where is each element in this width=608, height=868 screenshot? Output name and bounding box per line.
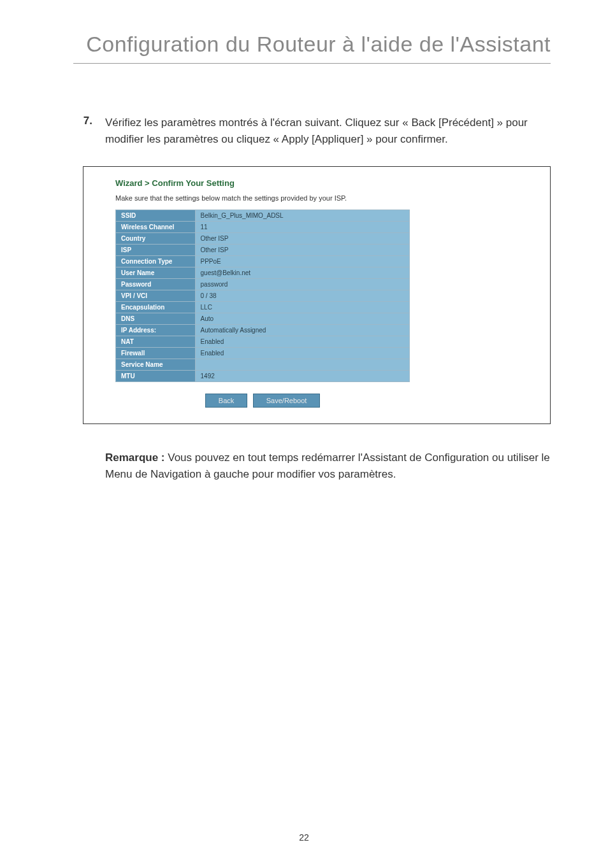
setting-value: guest@Belkin.net — [195, 267, 410, 279]
setting-label: MTU — [116, 371, 196, 382]
remark-text: Vous pouvez en tout temps redémarrer l'A… — [105, 452, 550, 480]
table-row: Service Name — [116, 359, 410, 371]
save-reboot-button[interactable]: Save/Reboot — [253, 394, 321, 408]
setting-value — [195, 359, 410, 371]
table-row: NATEnabled — [116, 336, 410, 348]
wizard-title: Wizard > Confirm Your Setting — [115, 178, 525, 188]
wizard-subtitle: Make sure that the settings below match … — [115, 194, 525, 202]
table-row: Wireless Channel11 — [116, 222, 410, 233]
step-7: 7. Vérifiez les paramètres montrés à l'é… — [73, 115, 551, 147]
setting-label: Connection Type — [116, 256, 196, 267]
setting-value: Automatically Assigned — [195, 325, 410, 336]
table-row: VPI / VCI0 / 38 — [116, 290, 410, 302]
setting-value: Auto — [195, 313, 410, 325]
setting-value: Belkin_G_Plus_MIMO_ADSL — [195, 210, 410, 222]
table-row: Passwordpassword — [116, 279, 410, 290]
setting-value: Enabled — [195, 336, 410, 348]
table-row: FirewallEnabled — [116, 348, 410, 359]
setting-value: Other ISP — [195, 245, 410, 256]
setting-label: User Name — [116, 267, 196, 279]
setting-value: 0 / 38 — [195, 290, 410, 302]
page-number: 22 — [0, 832, 608, 843]
setting-value: PPPoE — [195, 256, 410, 267]
remark-label: Remarque : — [105, 452, 165, 464]
step-number: 7. — [73, 115, 92, 147]
back-button[interactable]: Back — [205, 394, 247, 408]
setting-label: ISP — [116, 245, 196, 256]
setting-value: Enabled — [195, 348, 410, 359]
setting-value: password — [195, 279, 410, 290]
button-row: Back Save/Reboot — [115, 394, 410, 408]
step-text: Vérifiez les paramètres montrés à l'écra… — [105, 115, 551, 147]
table-row: CountryOther ISP — [116, 233, 410, 245]
setting-label: VPI / VCI — [116, 290, 196, 302]
table-row: IP Address:Automatically Assigned — [116, 325, 410, 336]
setting-label: Service Name — [116, 359, 196, 371]
table-row: EncapsulationLLC — [116, 302, 410, 313]
table-row: DNSAuto — [116, 313, 410, 325]
setting-label: Country — [116, 233, 196, 245]
setting-label: SSID — [116, 210, 196, 222]
setting-label: IP Address: — [116, 325, 196, 336]
table-row: ISPOther ISP — [116, 245, 410, 256]
table-row: MTU1492 — [116, 371, 410, 382]
settings-table: SSIDBelkin_G_Plus_MIMO_ADSLWireless Chan… — [115, 210, 410, 382]
page-title: Configuration du Routeur à l'aide de l'A… — [0, 0, 608, 63]
setting-value: 1492 — [195, 371, 410, 382]
content-area: 7. Vérifiez les paramètres montrés à l'é… — [0, 64, 608, 147]
setting-label: Firewall — [116, 348, 196, 359]
setting-value: LLC — [195, 302, 410, 313]
table-row: SSIDBelkin_G_Plus_MIMO_ADSL — [116, 210, 410, 222]
remark-paragraph: Remarque : Vous pouvez en tout temps red… — [0, 450, 608, 482]
setting-label: NAT — [116, 336, 196, 348]
setting-label: Encapsulation — [116, 302, 196, 313]
setting-value: Other ISP — [195, 233, 410, 245]
setting-label: DNS — [116, 313, 196, 325]
setting-label: Password — [116, 279, 196, 290]
setting-value: 11 — [195, 222, 410, 233]
wizard-screenshot: Wizard > Confirm Your Setting Make sure … — [83, 166, 551, 424]
table-row: User Nameguest@Belkin.net — [116, 267, 410, 279]
setting-label: Wireless Channel — [116, 222, 196, 233]
table-row: Connection TypePPPoE — [116, 256, 410, 267]
